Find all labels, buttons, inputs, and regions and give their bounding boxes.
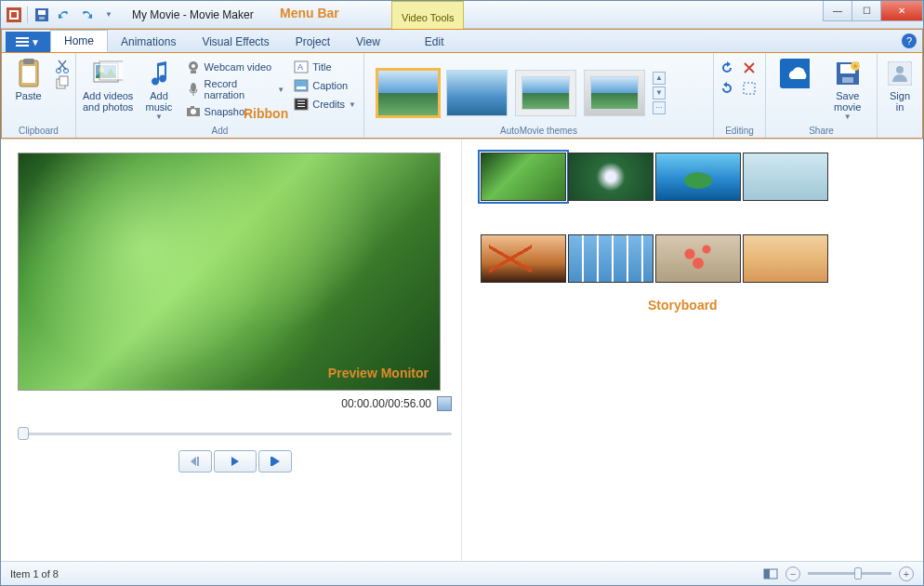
minimize-button[interactable]: — — [823, 1, 852, 21]
narration-button[interactable]: Record narration ▼ — [184, 77, 287, 101]
status-bar: Item 1 of 8 − + — [1, 561, 923, 585]
add-videos-button[interactable]: Add videos and photos — [82, 57, 134, 113]
view-mode-icon[interactable] — [763, 566, 778, 581]
play-button[interactable] — [214, 450, 257, 473]
clipboard-icon — [14, 59, 44, 88]
caption-button[interactable]: Caption — [292, 77, 358, 94]
svg-rect-35 — [744, 83, 755, 94]
clip-5[interactable] — [481, 234, 566, 283]
theme-2[interactable] — [446, 70, 508, 116]
save-movie-button[interactable]: Save movie ▼ — [825, 57, 872, 121]
group-add-label: Add — [82, 125, 358, 136]
zoom-in-button[interactable]: + — [899, 566, 914, 581]
fullscreen-icon[interactable] — [437, 396, 452, 411]
svg-point-25 — [191, 109, 196, 114]
zoom-out-button[interactable]: − — [785, 566, 800, 581]
group-share-label: Share — [772, 125, 871, 136]
annotation-preview: Preview Monitor — [328, 366, 429, 380]
svg-rect-7 — [16, 41, 29, 43]
tab-home[interactable]: Home — [50, 30, 108, 52]
svg-rect-5 — [39, 17, 45, 20]
seek-slider[interactable] — [18, 430, 452, 437]
svg-rect-44 — [764, 569, 770, 579]
delete-icon[interactable] — [742, 60, 759, 77]
cut-icon[interactable] — [55, 59, 70, 73]
seek-thumb[interactable] — [18, 427, 29, 440]
svg-rect-10 — [23, 59, 34, 64]
select-all-icon[interactable] — [742, 81, 759, 98]
chevron-down-icon: ▼ — [155, 113, 163, 121]
group-clipboard-label: Clipboard — [7, 125, 70, 136]
close-button[interactable]: ✕ — [880, 1, 923, 21]
theme-4[interactable] — [584, 70, 645, 116]
svg-rect-2 — [11, 12, 17, 18]
zoom-slider[interactable] — [808, 572, 891, 575]
sign-in-button[interactable]: Sign in — [883, 57, 917, 113]
chevron-down-icon: ▼ — [844, 113, 851, 121]
onedrive-button[interactable] — [772, 57, 819, 88]
theme-default[interactable] — [377, 70, 439, 116]
contextual-tab-video-tools[interactable]: Video Tools — [391, 1, 464, 29]
svg-rect-26 — [191, 106, 194, 109]
svg-rect-34 — [297, 106, 305, 107]
clip-3[interactable] — [655, 153, 741, 201]
tab-visual-effects[interactable]: Visual Effects — [189, 32, 282, 52]
clip-6[interactable] — [568, 234, 653, 283]
save-movie-icon — [833, 59, 863, 88]
rotate-right-icon[interactable] — [719, 81, 736, 98]
ribbon: Ribbon Paste Clipboard — [1, 53, 923, 139]
next-frame-button[interactable] — [258, 450, 292, 473]
help-icon[interactable]: ? — [902, 33, 917, 48]
qat-dropdown-icon[interactable]: ▼ — [100, 7, 117, 23]
svg-text:A: A — [297, 62, 303, 72]
credits-button[interactable]: Credits ▼ — [292, 96, 358, 113]
svg-rect-19 — [99, 61, 123, 80]
window-title: My Movie - Movie Maker — [132, 8, 254, 21]
theme-gallery-scroll[interactable]: ▲▼⋯ — [653, 72, 667, 114]
preview-monitor[interactable]: Preview Monitor — [18, 153, 441, 391]
window-controls: — ☐ ✕ — [824, 1, 923, 21]
svg-rect-15 — [59, 76, 68, 86]
rotate-left-icon[interactable] — [719, 60, 736, 77]
playback-time: 00:00.00/00:56.00 — [341, 397, 431, 410]
prev-frame-button[interactable] — [178, 450, 212, 473]
maximize-button[interactable]: ☐ — [851, 1, 881, 21]
annotation-storyboard: Storyboard — [648, 298, 718, 313]
svg-rect-29 — [295, 80, 308, 91]
app-window: ▼ My Movie - Movie Maker Menu Bar Video … — [0, 0, 924, 586]
svg-rect-4 — [38, 10, 46, 15]
clip-2[interactable] — [568, 153, 653, 201]
svg-rect-33 — [297, 103, 305, 104]
tab-view[interactable]: View — [343, 32, 393, 52]
tab-edit[interactable]: Edit — [412, 32, 457, 52]
clip-4[interactable] — [743, 153, 828, 201]
tab-strip: ▼ Home Animations Visual Effects Project… — [1, 29, 923, 53]
quick-access-toolbar: ▼ — [1, 7, 123, 23]
title-button[interactable]: ATitle — [292, 59, 358, 75]
add-music-button[interactable]: Add music ▼ — [139, 57, 178, 121]
clip-1[interactable] — [481, 153, 566, 201]
save-icon[interactable] — [33, 7, 50, 23]
svg-rect-32 — [297, 100, 305, 101]
theme-3[interactable] — [515, 70, 576, 116]
copy-icon[interactable] — [55, 75, 70, 90]
app-icon — [7, 7, 21, 22]
picture-icon — [93, 59, 123, 88]
paste-button[interactable]: Paste — [7, 57, 49, 101]
webcam-button[interactable]: Webcam video — [184, 59, 287, 75]
storyboard-pane[interactable]: Storyboard — [462, 140, 923, 561]
tab-animations[interactable]: Animations — [108, 32, 189, 52]
title-icon: A — [294, 60, 309, 74]
svg-rect-11 — [22, 66, 35, 83]
file-tab[interactable]: ▼ — [6, 32, 50, 52]
clip-8[interactable] — [743, 234, 828, 283]
microphone-icon — [186, 82, 201, 97]
content-area: Preview Monitor 00:00.00/00:56.00 — [1, 139, 923, 561]
redo-icon[interactable] — [78, 7, 95, 23]
status-text: Item 1 of 8 — [10, 568, 59, 579]
tab-project[interactable]: Project — [283, 32, 343, 52]
clip-7[interactable] — [655, 234, 741, 283]
svg-point-21 — [191, 64, 195, 68]
undo-icon[interactable] — [56, 7, 73, 23]
svg-rect-30 — [297, 87, 306, 89]
